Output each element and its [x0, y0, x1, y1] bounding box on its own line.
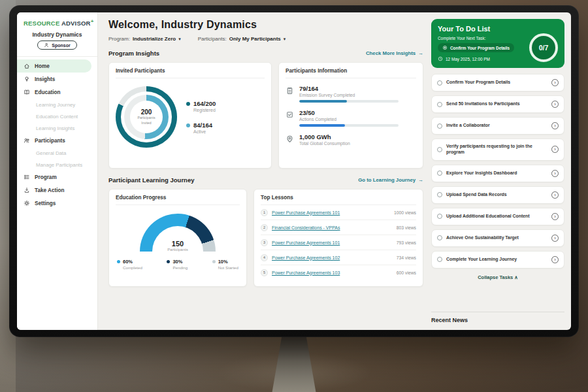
monitor-bezel: RESOURCE ADVISOR+ Industry Dynamics Spon… [9, 5, 579, 337]
checkbox-icon[interactable] [437, 102, 442, 107]
page-title: Welcome, Industry Dynamics [108, 19, 423, 31]
check-square-icon [286, 110, 294, 118]
metric-label: Actions Completed [299, 117, 399, 122]
link-label: Go to Learning Journey [358, 177, 416, 183]
gauge-center-value: 150 [140, 240, 216, 248]
task-item-complete-learning-journey[interactable]: Complete Your Learning Journey › [431, 251, 564, 269]
legend-dot-not-started [212, 260, 216, 263]
scene-background: RESOURCE ADVISOR+ Industry Dynamics Spon… [0, 0, 588, 392]
program-filter-dropdown[interactable]: Program: Industrialize Zero ▾ [108, 36, 181, 42]
card-title: Invited Participants [116, 68, 265, 78]
location-pin-icon [286, 134, 294, 142]
checkbox-icon[interactable] [437, 192, 442, 197]
chevron-right-icon[interactable]: › [551, 256, 559, 263]
logo-part-advisor: ADVISOR [61, 20, 91, 27]
progress-fill [299, 124, 345, 127]
sidebar-item-take-action[interactable]: Take Action [17, 184, 97, 197]
chevron-right-icon[interactable]: › [551, 191, 559, 199]
sidebar-item-education-content[interactable]: Education Content [17, 110, 97, 122]
legend-label: Active [193, 129, 216, 134]
chevron-down-icon: ▾ [284, 37, 286, 42]
education-gauge-chart: 150 Participants [140, 214, 216, 252]
section-title: Participant Learning Journey [108, 176, 194, 184]
org-name: Industry Dynamics [17, 31, 97, 38]
program-filter-label: Program: [108, 36, 130, 42]
sidebar-item-education[interactable]: Education [17, 86, 97, 99]
chevron-right-icon[interactable]: › [551, 101, 559, 108]
checkbox-icon[interactable] [437, 147, 442, 152]
sidebar-item-manage-participants[interactable]: Manage Participants [17, 159, 97, 171]
invited-participants-card: Invited Participants 200 Participants In… [108, 62, 272, 169]
chevron-right-icon[interactable]: › [551, 146, 559, 153]
check-more-insights-link[interactable]: Check More Insights → [366, 50, 423, 56]
sidebar-item-participants[interactable]: Participants [17, 134, 97, 147]
task-item-send-invitations[interactable]: Send 50 Invitations to Participants › [431, 95, 564, 113]
sidebar-item-program[interactable]: Program [17, 171, 97, 184]
chevron-right-icon[interactable]: › [551, 213, 559, 220]
gauge-legend: 60% Completed 30% Pending 10% [116, 252, 240, 270]
checkbox-icon[interactable] [437, 235, 442, 240]
todo-progress-ring: 0/7 [529, 33, 558, 62]
progress-track [299, 124, 399, 127]
task-item-confirm-program[interactable]: Confirm Your Program Details › [431, 74, 564, 91]
lesson-link[interactable]: Power Purchase Agreements 101 [272, 210, 390, 215]
chevron-right-icon[interactable]: › [551, 79, 559, 86]
sidebar-item-settings[interactable]: Settings [17, 197, 97, 210]
lesson-rank: 4 [261, 254, 268, 261]
legend-item-not-started: 10% Not Started [212, 259, 238, 270]
arrow-right-icon: → [418, 50, 423, 56]
participants-filter-dropdown[interactable]: Participants: Only My Participants ▾ [198, 36, 286, 42]
go-to-learning-journey-link[interactable]: Go to Learning Journey → [358, 177, 423, 183]
program-filter-value: Industrialize Zero [133, 36, 176, 42]
sidebar-item-learning-insights[interactable]: Learning Insights [17, 122, 97, 134]
lesson-link[interactable]: Power Purchase Agreements 102 [272, 255, 393, 260]
invited-donut-chart: 200 Participants Invited [116, 86, 177, 148]
lesson-rank: 1 [261, 209, 268, 216]
task-item-achieve-target[interactable]: Achieve One Sustainability Target › [431, 229, 564, 247]
donut-center-value: 200 [141, 108, 152, 116]
chevron-right-icon[interactable]: › [551, 235, 559, 242]
collapse-tasks-button[interactable]: Collapse Tasks ∧ [431, 272, 564, 282]
sidebar-item-home[interactable]: Home [17, 59, 91, 73]
sidebar-divider [17, 56, 97, 57]
lesson-link[interactable]: Financial Considerations - VPPAs [272, 225, 393, 230]
task-item-invite-collaborator[interactable]: Invite a Collaborator › [431, 117, 564, 135]
lesson-row: 5 Power Purchase Agreements 103 600 view… [261, 265, 416, 280]
lesson-views: 1000 views [394, 210, 416, 215]
gear-icon [24, 200, 30, 206]
lesson-rank: 2 [261, 224, 268, 231]
sidebar-item-general-data[interactable]: General Data [17, 147, 97, 159]
chevron-right-icon[interactable]: › [551, 170, 559, 177]
next-task-pill[interactable]: Confirm Your Program Details [438, 43, 514, 52]
donut-center: 200 Participants Invited [130, 101, 163, 133]
metric-emission-survey: 79/164 Emission Survey Completed [286, 85, 416, 103]
checkbox-icon[interactable] [437, 80, 442, 86]
education-progress-card: Education Progress 150 Participants [108, 189, 247, 287]
task-item-upload-educational-content[interactable]: Upload Additional Educational Content › [431, 208, 564, 225]
task-item-upload-spend-data[interactable]: Upload Spend Data Records › [431, 186, 564, 204]
lesson-views: 734 views [397, 255, 416, 260]
chevron-down-icon: ▾ [178, 37, 181, 42]
sidebar-item-learning-journey[interactable]: Learning Journey [17, 99, 97, 110]
legend-label: Registered [193, 108, 216, 112]
todo-datetime: 12 May 2025, 12:00 PM [446, 57, 490, 61]
task-item-verify-participants[interactable]: Verify participants requesting to join t… [431, 139, 564, 161]
chevron-right-icon[interactable]: › [551, 122, 559, 129]
sidebar: RESOURCE ADVISOR+ Industry Dynamics Spon… [17, 12, 98, 330]
checkbox-icon[interactable] [437, 171, 442, 176]
todo-summary-card: Your To Do List Complete Your Next Task:… [431, 19, 564, 68]
task-label: Invite a Collaborator [446, 123, 547, 129]
sidebar-item-insights[interactable]: Insights [17, 73, 97, 86]
todo-panel: Your To Do List Complete Your Next Task:… [431, 12, 571, 330]
sidebar-item-label: Settings [35, 201, 56, 206]
checkbox-icon[interactable] [437, 257, 442, 262]
lesson-link[interactable]: Power Purchase Agreements 103 [272, 270, 393, 275]
lesson-link[interactable]: Power Purchase Agreements 101 [272, 240, 393, 245]
legend-label: Not Started [218, 265, 238, 270]
checkbox-icon[interactable] [437, 123, 442, 129]
people-icon [24, 137, 30, 144]
dashboard-screen: RESOURCE ADVISOR+ Industry Dynamics Spon… [17, 12, 571, 330]
app-logo: RESOURCE ADVISOR+ [17, 18, 97, 27]
checkbox-icon[interactable] [437, 214, 442, 219]
task-item-explore-insights[interactable]: Explore Your Insights Dashboard › [431, 165, 564, 182]
